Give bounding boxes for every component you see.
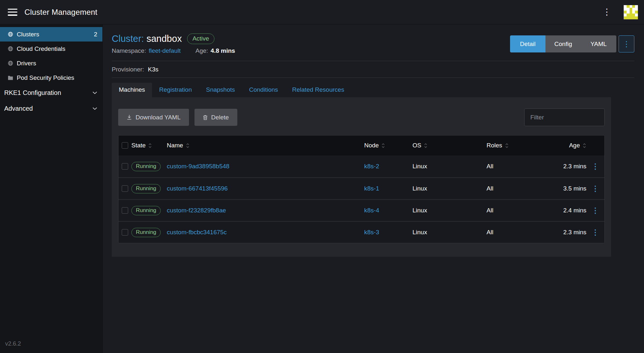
sidebar-item-label: Cloud Credentials — [17, 45, 65, 52]
age-cell: 3.5 mins — [545, 185, 586, 192]
column-header-node[interactable]: Node — [364, 142, 412, 149]
state-badge: Running — [131, 228, 161, 237]
delete-button[interactable]: Delete — [194, 109, 237, 126]
status-badge: Active — [187, 33, 215, 44]
column-header-name[interactable]: Name — [167, 142, 364, 149]
machine-name-link[interactable]: custom-667413f45596 — [167, 185, 364, 192]
folder-icon — [8, 75, 13, 80]
tab-snapshots[interactable]: Snapshots — [199, 83, 242, 97]
row-actions-icon[interactable]: ⋮ — [586, 228, 604, 237]
sidebar-item-count: 2 — [94, 31, 97, 38]
node-link[interactable]: k8s-2 — [364, 163, 412, 170]
age-cell: 2.4 mins — [545, 207, 586, 214]
globe-icon — [8, 46, 13, 51]
delete-label: Delete — [211, 114, 229, 121]
row-actions-icon[interactable]: ⋮ — [586, 184, 604, 193]
row-checkbox[interactable] — [122, 185, 128, 192]
column-header-state[interactable]: State — [131, 142, 167, 149]
node-link[interactable]: k8s-3 — [364, 229, 412, 236]
config-view-button[interactable]: Config — [545, 35, 581, 52]
sidebar-item-pod-security-policies[interactable]: Pod Security Policies — [0, 70, 102, 85]
resource-name: sandbox — [147, 33, 182, 44]
download-yaml-label: Download YAML — [136, 114, 181, 121]
tab-related-resources[interactable]: Related Resources — [285, 83, 351, 97]
tab-registration[interactable]: Registration — [152, 83, 199, 97]
sort-icon — [186, 143, 190, 148]
roles-cell: All — [487, 185, 545, 192]
filter-input[interactable] — [524, 108, 605, 126]
main-content: Cluster: sandbox Active Namespace: fleet… — [103, 24, 644, 353]
row-checkbox[interactable] — [122, 163, 128, 170]
row-checkbox[interactable] — [122, 229, 128, 236]
resource-type-label: Cluster: — [112, 33, 144, 44]
age-cell: 2.3 mins — [545, 229, 586, 236]
roles-cell: All — [487, 229, 545, 236]
sidebar-item-drivers[interactable]: Drivers — [0, 56, 102, 70]
chevron-down-icon — [92, 107, 97, 110]
resource-actions-button[interactable]: ⋮ — [619, 35, 634, 52]
tab-conditions[interactable]: Conditions — [242, 83, 285, 97]
os-cell: Linux — [412, 229, 487, 236]
state-badge: Running — [131, 206, 161, 215]
chevron-down-icon — [92, 91, 97, 94]
tab-bar: Machines Registration Snapshots Conditio… — [112, 83, 634, 97]
sort-icon — [148, 143, 152, 148]
os-cell: Linux — [412, 207, 487, 214]
machine-name-link[interactable]: custom-fbcbc341675c — [167, 229, 364, 236]
globe-icon — [8, 32, 13, 37]
sidebar-item-clusters[interactable]: Clusters 2 — [0, 27, 102, 42]
age-label: Age: — [195, 47, 208, 54]
sidebar: Clusters 2 Cloud Credentials Drivers Pod… — [0, 24, 103, 353]
node-link[interactable]: k8s-4 — [364, 207, 412, 214]
detail-masthead: Cluster: sandbox Active Namespace: fleet… — [112, 33, 634, 54]
column-header-roles[interactable]: Roles — [487, 142, 545, 149]
sort-icon — [424, 143, 428, 148]
age-value: 4.8 mins — [211, 47, 235, 54]
topbar-kebab-icon[interactable]: ⋮ — [599, 6, 614, 18]
machine-name-link[interactable]: custom-9ad38958b548 — [167, 163, 364, 170]
page-title: Cluster: sandbox — [112, 33, 182, 44]
os-cell: Linux — [412, 163, 487, 170]
sidebar-group-label: Advanced — [4, 105, 33, 112]
sidebar-group-rke1-configuration[interactable]: RKE1 Configuration — [0, 85, 102, 101]
table-row: Running custom-f232829fb8ae k8s-4 Linux … — [118, 199, 604, 221]
state-badge: Running — [131, 162, 161, 171]
sort-icon — [582, 143, 586, 148]
table-row: Running custom-fbcbc341675c k8s-3 Linux … — [118, 221, 604, 243]
machine-name-link[interactable]: custom-f232829fb8ae — [167, 207, 364, 214]
node-link[interactable]: k8s-1 — [364, 185, 412, 192]
roles-cell: All — [487, 163, 545, 170]
detail-view-button[interactable]: Detail — [510, 35, 545, 52]
menu-icon[interactable] — [8, 9, 17, 16]
table-row: Running custom-667413f45596 k8s-1 Linux … — [118, 177, 604, 199]
age-cell: 2.3 mins — [545, 163, 586, 170]
divider — [112, 78, 634, 78]
state-badge: Running — [131, 184, 161, 193]
column-header-age[interactable]: Age — [545, 142, 586, 149]
sidebar-item-label: Clusters — [17, 31, 39, 38]
tab-panel: Download YAML Delete State — [112, 97, 611, 257]
row-actions-icon[interactable]: ⋮ — [586, 162, 604, 171]
row-actions-icon[interactable]: ⋮ — [586, 206, 604, 215]
top-bar: Cluster Management ⋮ — [0, 0, 644, 24]
machines-table: State Name Node OS — [118, 135, 605, 243]
download-yaml-button[interactable]: Download YAML — [118, 109, 189, 126]
download-icon — [127, 115, 132, 120]
provisioner-label: Provisioner: — [112, 66, 144, 73]
yaml-view-button[interactable]: YAML — [581, 35, 616, 52]
tab-machines[interactable]: Machines — [112, 83, 152, 97]
select-all-checkbox[interactable] — [122, 142, 128, 149]
row-checkbox[interactable] — [122, 207, 128, 214]
user-avatar[interactable] — [623, 5, 638, 20]
view-switcher: Detail Config YAML — [510, 35, 616, 52]
version-label: v2.6.2 — [0, 335, 102, 353]
column-header-os[interactable]: OS — [412, 142, 487, 149]
namespace-label: Namespace: — [112, 47, 146, 54]
sidebar-item-cloud-credentials[interactable]: Cloud Credentials — [0, 42, 102, 56]
sort-icon — [381, 143, 385, 148]
os-cell: Linux — [412, 185, 487, 192]
roles-cell: All — [487, 207, 545, 214]
sidebar-item-label: Pod Security Policies — [17, 74, 74, 81]
table-header: State Name Node OS — [118, 135, 604, 155]
sidebar-group-advanced[interactable]: Advanced — [0, 101, 102, 116]
